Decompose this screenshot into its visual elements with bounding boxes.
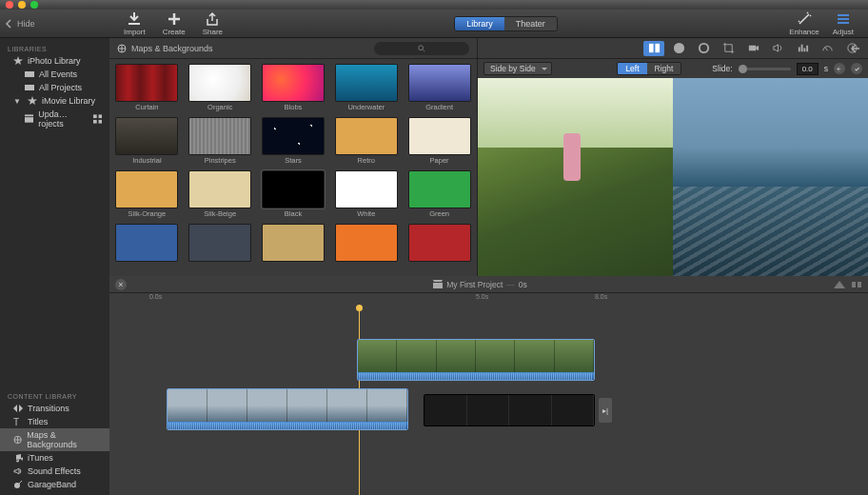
sidebar-item-iphoto[interactable]: iPhoto Library: [0, 54, 109, 68]
background-thumb[interactable]: Organic: [188, 65, 252, 114]
background-thumb[interactable]: Gradient: [407, 65, 471, 114]
share-button[interactable]: Share: [203, 11, 223, 36]
close-window-button[interactable]: [6, 1, 13, 9]
timeline-ruler[interactable]: 0.0s 5.0s 8.0s: [109, 293, 868, 305]
zoom-window-button[interactable]: [30, 1, 38, 9]
background-swatch: [336, 118, 397, 154]
star-icon: [28, 96, 37, 106]
background-thumb[interactable]: Curtain: [115, 65, 179, 114]
library-tab[interactable]: Library: [455, 17, 504, 30]
sidebar-item-titles[interactable]: TTitles: [0, 415, 109, 428]
background-swatch: [189, 171, 250, 208]
hide-sidebar-button[interactable]: Hide: [0, 19, 40, 29]
video-clip-1[interactable]: [357, 339, 595, 381]
filmstrip-icon: [25, 69, 34, 79]
disclosure-triangle-icon[interactable]: ▼: [13, 97, 21, 106]
background-thumb[interactable]: Stars: [262, 118, 326, 168]
sidebar-item-projects[interactable]: All Projects: [0, 81, 109, 94]
guitar-icon: [13, 480, 23, 489]
right-toggle[interactable]: Right: [647, 63, 681, 74]
sidebar-item-garageband[interactable]: GarageBand: [0, 478, 109, 491]
background-label: White: [357, 209, 375, 218]
import-button[interactable]: Import: [124, 11, 146, 36]
preview-viewport[interactable]: [478, 78, 868, 276]
color-balance-tool[interactable]: [668, 41, 689, 56]
volume-tool[interactable]: [767, 41, 788, 56]
speed-tool[interactable]: [817, 41, 838, 56]
background-thumb[interactable]: [334, 225, 398, 274]
adjust-button[interactable]: Adjust: [833, 11, 854, 36]
background-swatch: [116, 225, 177, 261]
background-thumb[interactable]: Silk-Beige: [188, 171, 252, 221]
sidebar-item-maps-backgrounds[interactable]: Maps & Backgrounds: [0, 428, 109, 451]
left-toggle[interactable]: Left: [618, 63, 646, 74]
sidebar-item-itunes[interactable]: iTunes: [0, 451, 109, 465]
settings-icon[interactable]: [834, 279, 845, 290]
equalizer-icon: [797, 42, 809, 54]
noise-reduction-tool[interactable]: [792, 41, 813, 56]
background-thumb[interactable]: Silk-Orange: [115, 171, 179, 221]
left-right-segment: Left Right: [617, 62, 681, 75]
background-label: Paper: [430, 156, 449, 165]
globe-icon: [117, 44, 127, 53]
background-thumb[interactable]: Green: [407, 171, 471, 221]
undo-arrow-icon: [851, 42, 864, 55]
crop-tool[interactable]: [718, 41, 739, 56]
stabilization-tool[interactable]: [742, 41, 763, 56]
color-correction-tool[interactable]: [693, 41, 714, 56]
sidebar-item-transitions[interactable]: Transitions: [0, 402, 109, 415]
timeline-close-button[interactable]: ×: [115, 279, 127, 290]
project-title: My First Project — 0s: [132, 280, 828, 289]
browser-title: Maps & Backgrounds: [117, 44, 213, 53]
background-swatch: [409, 118, 470, 154]
background-thumb[interactable]: [262, 225, 326, 274]
background-thumb[interactable]: [407, 225, 471, 274]
sidebar-item-imovie[interactable]: ▼iMovie Library: [0, 94, 109, 108]
blank-clip[interactable]: [424, 394, 595, 426]
end-marker[interactable]: ▸|: [599, 398, 612, 423]
undo-button[interactable]: [851, 42, 864, 55]
compare-mode-dropdown[interactable]: Side by Side: [483, 62, 552, 75]
adjustment-toolbar: [478, 38, 868, 59]
background-thumb[interactable]: Retro: [334, 118, 398, 168]
window-titlebar: [0, 0, 868, 10]
background-thumb[interactable]: White: [334, 171, 398, 221]
reset-button[interactable]: [834, 63, 845, 74]
background-thumb[interactable]: Pinstripes: [188, 118, 252, 168]
background-thumb[interactable]: Underwater: [334, 65, 398, 114]
enhance-button[interactable]: Enhance: [789, 11, 819, 36]
timeline-tracks[interactable]: ▸|: [109, 305, 868, 495]
search-input[interactable]: [374, 42, 469, 55]
sidebar-item-events[interactable]: All Events: [0, 68, 109, 81]
audio-waveform: [168, 422, 407, 430]
video-clip-2[interactable]: [167, 388, 408, 430]
sidebar-item-sound-effects[interactable]: Sound Effects: [0, 465, 109, 478]
grid-icon[interactable]: [93, 114, 102, 124]
apply-button[interactable]: [851, 63, 862, 74]
background-thumb[interactable]: Blobs: [262, 65, 326, 114]
theater-tab[interactable]: Theater: [504, 17, 557, 30]
minimize-window-button[interactable]: [18, 1, 26, 9]
background-thumb[interactable]: Paper: [407, 118, 471, 168]
create-button[interactable]: Create: [163, 11, 186, 36]
background-swatch: [336, 65, 397, 101]
background-thumb[interactable]: Industrial: [115, 118, 179, 168]
slide-value[interactable]: 0.0: [797, 63, 819, 75]
svg-text:T: T: [13, 417, 19, 426]
clapboard-icon: [433, 280, 443, 289]
import-icon: [127, 11, 142, 27]
media-browser: Maps & Backgrounds CurtainOrganicBlobsUn…: [109, 38, 478, 276]
background-thumb[interactable]: [115, 225, 179, 274]
background-thumb[interactable]: Black: [262, 171, 326, 221]
background-label: Blobs: [285, 103, 303, 111]
background-swatch: [409, 171, 470, 208]
slide-slider[interactable]: [739, 68, 791, 70]
adjust-label: Adjust: [833, 28, 854, 36]
crop-icon: [722, 42, 735, 54]
background-label: Black: [285, 209, 302, 218]
background-thumb[interactable]: [188, 225, 252, 274]
sidebar-item-updated-projects[interactable]: Upda…rojects: [0, 108, 109, 130]
svg-rect-20: [858, 282, 861, 287]
side-by-side-tool[interactable]: [643, 41, 664, 56]
clip-view-icon[interactable]: [851, 279, 862, 290]
